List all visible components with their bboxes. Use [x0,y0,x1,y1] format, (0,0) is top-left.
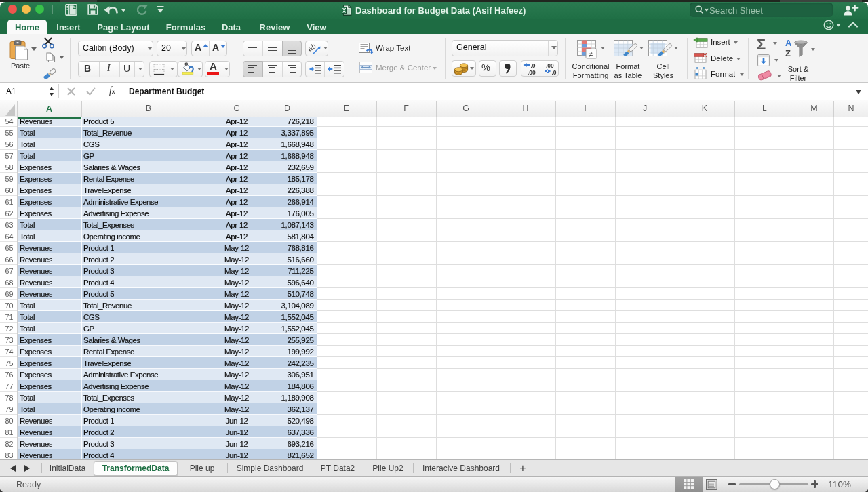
svg-text:.0: .0 [552,69,557,76]
svg-text:.0: .0 [531,62,536,69]
svg-text:.00: .00 [546,62,554,69]
svg-text:.00: .00 [528,69,536,76]
svg-text:≠: ≠ [589,50,593,58]
